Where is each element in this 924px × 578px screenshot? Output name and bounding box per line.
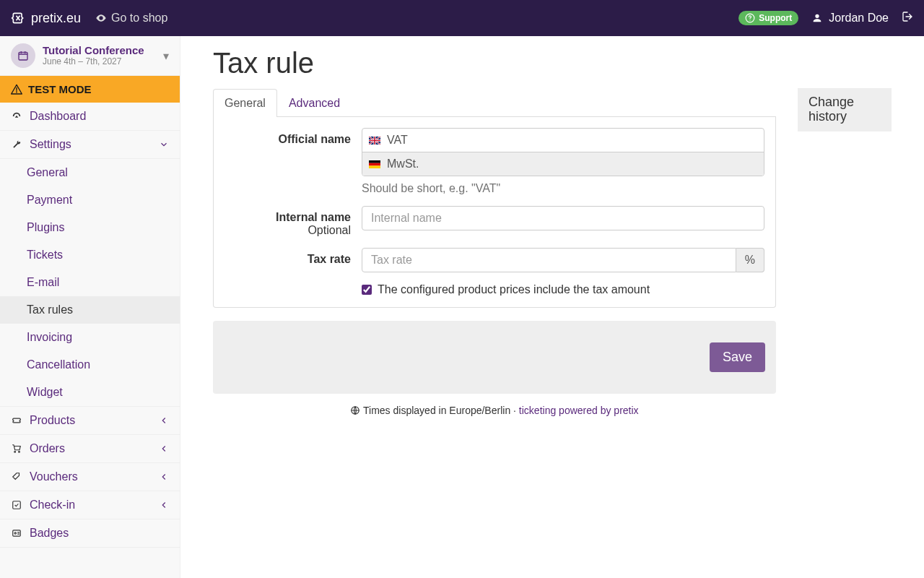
sidebar-subitem-cancellation[interactable]: Cancellation [0,351,180,379]
timezone-footer: Times displayed in Europe/Berlin · ticke… [213,405,776,416]
user-menu[interactable]: Jordan Doe [811,12,889,25]
tab-label: Advanced [289,97,340,109]
warning-icon [11,84,22,95]
tabs: General Advanced [213,88,776,117]
page-title: Tax rule [213,47,892,79]
save-button[interactable]: Save [710,342,765,372]
sidebar-item-dashboard[interactable]: Dashboard [0,103,180,131]
wrench-icon [11,138,22,151]
calendar-icon [11,43,35,68]
tax-rate-input[interactable] [362,248,736,272]
caret-down-icon: ▾ [163,49,169,63]
form-panel: Official name [213,117,776,308]
brand-link[interactable]: pretix.eu [11,11,81,26]
flag-gb-icon [362,137,387,144]
sign-out-icon [902,11,913,22]
sidebar-subitem-tickets[interactable]: Tickets [0,241,180,269]
tab-general[interactable]: General [213,89,277,117]
sidebar-item-badges[interactable]: Badges [0,519,180,548]
official-name-de-row [362,152,764,176]
svg-rect-7 [369,163,380,165]
question-icon [745,13,755,23]
sidebar-item-settings[interactable]: Settings [0,131,180,159]
main-content: Tax rule General Advanced Official name [180,36,924,578]
go-to-shop-label: Go to shop [111,12,167,25]
optional-label: Optional [225,224,351,237]
user-icon [811,12,823,24]
sidebar-item-label: Dashboard [30,110,169,123]
official-name-en-input[interactable] [387,129,764,152]
powered-by-link[interactable]: ticketing powered by pretix [519,405,639,416]
chevron-down-icon [159,139,169,150]
test-mode-banner: TEST MODE [0,76,180,103]
globe-icon [350,405,360,415]
include-tax-checkbox[interactable] [362,285,372,295]
chevron-left-icon [159,444,169,454]
sidebar-subitem-e-mail[interactable]: E-mail [0,269,180,296]
sidebar-subitem-widget[interactable]: Widget [0,379,180,406]
change-history-label: Change history [808,95,854,124]
sidebar-subitem-general[interactable]: General [0,159,180,186]
settings-submenu: GeneralPaymentPluginsTicketsE-mailTax ru… [0,159,180,407]
tax-rate-label: Tax rate [225,248,362,272]
event-title: Tutorial Conference [43,45,156,57]
sidebar-item-label: Vouchers [30,470,152,483]
svg-rect-6 [369,160,380,163]
event-switcher[interactable]: Tutorial Conference June 4th – 7th, 2027… [0,36,180,76]
tags-icon [11,470,22,483]
chevron-left-icon [159,415,169,426]
tab-advanced[interactable]: Advanced [277,89,352,117]
sidebar-item-label: Products [30,414,152,427]
official-name-help: Should be short, e.g. "VAT" [362,182,764,195]
official-name-en-row [362,129,764,152]
svg-point-4 [14,532,16,534]
save-button-label: Save [723,350,752,364]
internal-name-label: Internal name [276,211,351,223]
sidebar-item-products[interactable]: Products [0,407,180,435]
support-pill[interactable]: Support [738,11,798,25]
dashboard-icon [11,110,22,123]
event-dates: June 4th – 7th, 2027 [43,57,156,66]
sidebar-item-label: Settings [30,138,152,151]
svg-rect-8 [369,165,380,168]
sidebar-item-label: Check-in [30,499,152,512]
flag-de-icon [362,160,387,168]
include-tax-row[interactable]: The configured product prices include th… [362,283,764,296]
svg-rect-2 [13,501,21,509]
sidebar-subitem-plugins[interactable]: Plugins [0,214,180,241]
sidebar-item-checkin[interactable]: Check-in [0,491,180,519]
official-name-i18n-group [362,128,764,176]
user-name: Jordan Doe [829,12,889,25]
support-label: Support [759,13,792,23]
change-history-button[interactable]: Change history [798,88,892,131]
official-name-label: Official name [225,128,362,195]
sidebar-subitem-tax-rules[interactable]: Tax rules [0,296,180,324]
id-card-icon [11,527,22,540]
official-name-de-input[interactable] [387,152,764,176]
tab-label: General [225,97,266,109]
go-to-shop-link[interactable]: Go to shop [95,12,167,25]
ticket-icon [11,414,22,427]
sidebar-item-label: Orders [30,442,152,455]
timezone-text: Times displayed in Europe/Berlin [363,405,510,416]
cart-icon [11,442,22,455]
sidebar-item-label: Badges [30,527,169,540]
sidebar-subitem-payment[interactable]: Payment [0,186,180,214]
logout-link[interactable] [902,11,913,25]
include-tax-label: The configured product prices include th… [378,283,650,296]
sidebar-item-orders[interactable]: Orders [0,435,180,463]
save-bar: Save [213,321,776,394]
sidebar-subitem-invoicing[interactable]: Invoicing [0,324,180,351]
percent-addon: % [736,248,764,272]
internal-name-input[interactable] [362,206,764,230]
chevron-left-icon [159,500,169,511]
check-square-icon [11,499,22,512]
tax-rate-group: % [362,248,764,272]
brand-text: pretix.eu [31,11,81,26]
sidebar: Tutorial Conference June 4th – 7th, 2027… [0,36,180,578]
sidebar-item-vouchers[interactable]: Vouchers [0,463,180,491]
eye-icon [95,12,107,24]
test-mode-label: TEST MODE [28,83,92,95]
svg-rect-1 [19,52,27,60]
brand-icon [11,11,25,25]
